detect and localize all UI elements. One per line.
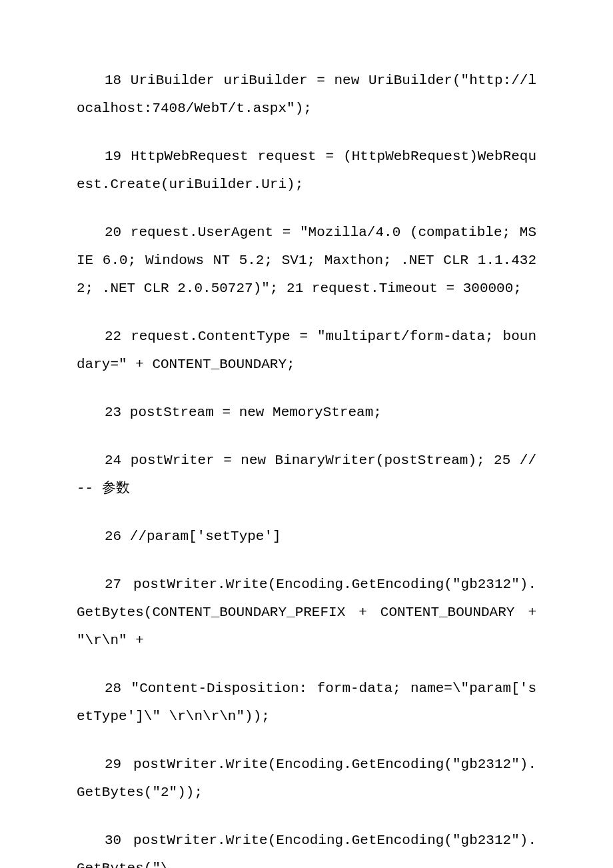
code-line-20-21: 20 request.UserAgent = "Mozilla/4.0 (com… [77, 219, 536, 303]
code-line-18: 18 UriBuilder uriBuilder = new UriBuilde… [77, 67, 536, 123]
code-text: 19 HttpWebRequest request = (HttpWebRequ… [77, 149, 536, 192]
code-line-27: 27 postWriter.Write(Encoding.GetEncoding… [77, 571, 536, 655]
code-line-26: 26 //param['setType'] [77, 523, 536, 551]
code-text: 30 postWriter.Write(Encoding.GetEncoding… [77, 833, 536, 868]
code-text: 26 //param['setType'] [105, 529, 281, 544]
code-text: 18 UriBuilder uriBuilder = new UriBuilde… [77, 73, 536, 116]
document-page: 18 UriBuilder uriBuilder = new UriBuilde… [0, 0, 613, 868]
code-line-28: 28 "Content-Disposition: form-data; name… [77, 675, 536, 731]
code-line-30: 30 postWriter.Write(Encoding.GetEncoding… [77, 827, 536, 868]
code-text: 27 postWriter.Write(Encoding.GetEncoding… [77, 577, 536, 648]
code-text: 23 postStream = new MemoryStream; [105, 405, 382, 420]
code-line-23: 23 postStream = new MemoryStream; [77, 399, 536, 427]
code-line-22: 22 request.ContentType = "multipart/form… [77, 323, 536, 379]
code-text: 20 request.UserAgent = "Mozilla/4.0 (com… [77, 225, 536, 296]
code-line-19: 19 HttpWebRequest request = (HttpWebRequ… [77, 143, 536, 199]
code-text: 29 postWriter.Write(Encoding.GetEncoding… [77, 757, 536, 800]
code-line-29: 29 postWriter.Write(Encoding.GetEncoding… [77, 751, 536, 807]
code-text: 28 "Content-Disposition: form-data; name… [77, 681, 536, 724]
code-text: 24 postWriter = new BinaryWriter(postStr… [77, 453, 536, 496]
code-text: 22 request.ContentType = "multipart/form… [77, 329, 536, 372]
code-line-24-25: 24 postWriter = new BinaryWriter(postStr… [77, 447, 536, 503]
